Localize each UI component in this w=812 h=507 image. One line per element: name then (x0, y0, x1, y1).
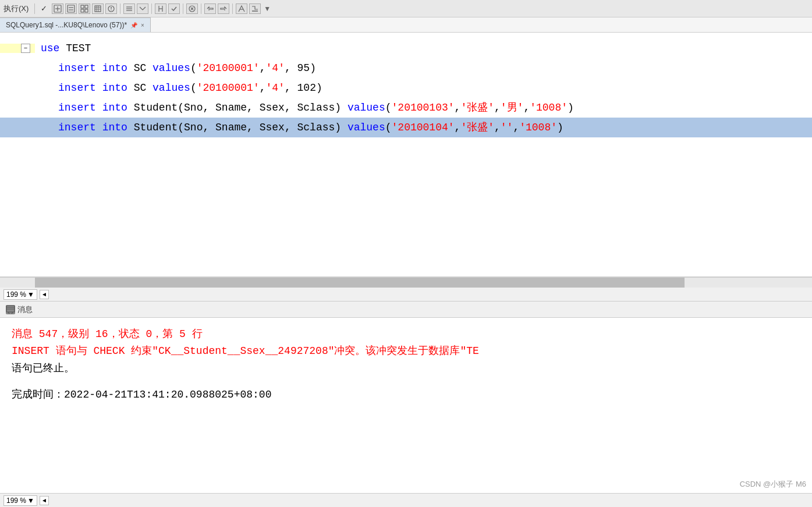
tab-title: SQLQuery1.sql -...KU8Q\Lenovo (57))* (6, 21, 127, 29)
paren-close-4: ) (557, 122, 563, 133)
val-sclass-3: '1008' (530, 102, 568, 114)
error-text-3: 语句已终止。 (12, 362, 75, 374)
collapse-button-1[interactable]: − (21, 44, 30, 53)
toolbar-sep-5 (201, 3, 201, 14)
val-sname-4: '张盛' (460, 122, 494, 133)
table-sc-2: SC (127, 82, 153, 94)
val-ssex-4: '' (501, 122, 513, 133)
scrollbar-thumb[interactable] (35, 278, 685, 288)
svg-point-17 (111, 9, 112, 10)
kw-insert-3: insert (58, 102, 96, 114)
messages-header: 消息 (0, 302, 812, 318)
val-sno-3: '20100103' (392, 102, 455, 114)
bottom-zoom-arrow[interactable]: ▼ (27, 497, 34, 505)
kw-insert-2: insert (58, 82, 96, 94)
line-content-3: insert into SC values('20100001','4', 10… (35, 78, 812, 98)
paren-open-3: ( (385, 102, 392, 114)
kw-values-3: values (348, 102, 385, 114)
messages-panel: 消息 消息 547，级别 16，状态 0，第 5 行 INSERT 语句与 CH… (0, 302, 812, 493)
zoom-dropdown-arrow[interactable]: ▼ (27, 290, 34, 299)
val-cno-1: '4' (266, 62, 285, 74)
tab-close-button[interactable]: × (141, 22, 144, 29)
toolbar-sep-2 (120, 3, 120, 14)
toolbar: 执行(X) ✓ (0, 0, 812, 17)
check-icon: ✓ (41, 4, 47, 13)
bottom-bar: 199 % ▼ ◄ (0, 493, 812, 507)
toolbar-btn-5[interactable] (105, 3, 117, 14)
bottom-scroll-button[interactable]: ◄ (40, 496, 49, 505)
table-sc-1: SC (127, 62, 153, 74)
scrollbar-track (0, 278, 812, 288)
code-line-4: insert into Student(Sno, Sname, Ssex, Sc… (0, 98, 812, 118)
toolbar-btn-1[interactable] (52, 3, 63, 14)
error-text-2b: 约束"CK__Student__Ssex__24927208"冲突。该冲突发生于… (125, 345, 478, 357)
toolbar-btn-2[interactable] (65, 3, 77, 14)
svg-rect-6 (81, 5, 84, 8)
error-line-2: INSERT 语句与 CHECK 约束"CK__Student__Ssex__2… (12, 343, 800, 360)
toolbar-btn-4[interactable] (92, 3, 104, 14)
toolbar-btn-11[interactable] (204, 3, 216, 14)
svg-rect-3 (68, 5, 75, 12)
timestamp-line: 完成时间：2022-04-21T13:41:20.0988025+08:00 (12, 387, 800, 401)
toolbar-btn-14[interactable] (249, 3, 261, 14)
paren-open-4: ( (385, 122, 392, 133)
kw-into-3: into (102, 102, 127, 114)
kw-insert-4: insert (58, 122, 96, 133)
val-sno-1: '20100001' (197, 62, 260, 74)
error-line-1: 消息 547，级别 16，状态 0，第 5 行 (12, 326, 800, 343)
kw-into-1: into (102, 62, 127, 74)
kw-values-2: values (153, 82, 190, 94)
messages-content: 消息 547，级别 16，状态 0，第 5 行 INSERT 语句与 CHECK… (0, 318, 812, 493)
zoom-dropdown[interactable]: 199 % ▼ (3, 289, 37, 300)
val-cno-2: '4' (266, 82, 285, 94)
scroll-left-button[interactable]: ◄ (40, 290, 49, 299)
comma-3: , (455, 102, 461, 114)
toolbar-btn-9[interactable] (168, 3, 180, 14)
comma-5: , (523, 102, 530, 114)
kw-insert-1: insert (58, 62, 96, 74)
table-student-1: Student(Sno, Sname, Ssex, Sclass) (127, 102, 348, 114)
bottom-zoom-dropdown[interactable]: 199 % ▼ (3, 495, 37, 506)
toolbar-btn-8[interactable] (155, 3, 166, 14)
query-tab[interactable]: SQLQuery1.sql -...KU8Q\Lenovo (57))* 📌 × (0, 17, 151, 32)
kw-values-4: values (348, 122, 385, 133)
line-content-5: insert into Student(Sno, Sname, Ssex, Sc… (35, 118, 812, 137)
keyword-use: use (41, 42, 59, 54)
editor-container[interactable]: − use TEST insert into SC values('201000… (0, 33, 812, 277)
tab-pin-icon: 📌 (130, 22, 137, 29)
comma-7: , (494, 122, 501, 133)
error-text-2a: 语句与 (49, 345, 94, 357)
toolbar-sep-6 (232, 3, 233, 14)
line-content-1: use TEST (35, 38, 812, 58)
paren-close-3: ) (568, 102, 574, 114)
line-content-4: insert into Student(Sno, Sname, Ssex, Sc… (35, 98, 812, 118)
code-line-1: − use TEST (0, 38, 812, 58)
error-text-1: 消息 547，级别 16，状态 0，第 5 行 (12, 328, 203, 340)
toolbar-btn-12[interactable] (218, 3, 229, 14)
toolbar-btn-6[interactable] (123, 3, 135, 14)
code-editor[interactable]: − use TEST insert into SC values('201000… (0, 33, 812, 143)
toolbar-sep-3 (151, 3, 152, 14)
toolbar-btn-3[interactable] (79, 3, 90, 14)
paren-open-1: ( (190, 62, 197, 74)
toolbar-btn-7[interactable] (137, 3, 148, 14)
zoom-level: 199 % (6, 290, 26, 299)
line-margin-1: − (0, 44, 35, 53)
toolbar-separator (34, 3, 35, 14)
watermark: CSDN @小猴子 M6 (740, 479, 806, 490)
val-sname-3: '张盛' (460, 102, 494, 114)
toolbar-btn-13[interactable] (236, 3, 247, 14)
execute-menu[interactable]: 执行(X) (3, 3, 29, 14)
timestamp-value: 2022-04-21T13:41:20.0988025+08:00 (64, 389, 271, 400)
svg-rect-8 (81, 9, 84, 12)
editor-scrollbar[interactable] (0, 277, 812, 288)
comma-4: , (494, 102, 501, 114)
error-insert-keyword: INSERT (12, 345, 49, 357)
db-name: TEST (59, 42, 91, 54)
paren-open-2: ( (190, 82, 197, 94)
toolbar-dropdown-arrow[interactable]: ▼ (264, 5, 271, 13)
line-content-2: insert into SC values('20100001','4', 95… (35, 58, 812, 78)
toolbar-btn-10[interactable] (186, 3, 198, 14)
val-sclass-4: '1008' (519, 122, 557, 133)
svg-rect-10 (95, 6, 101, 12)
